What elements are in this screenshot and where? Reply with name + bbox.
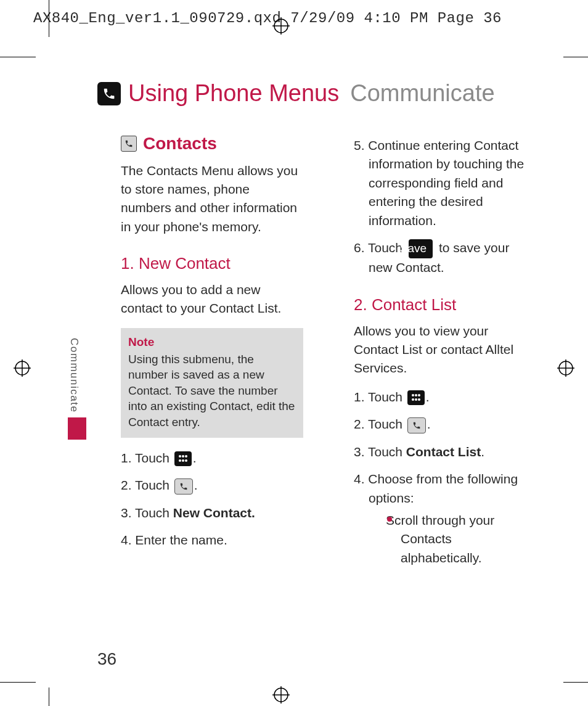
step-text: . xyxy=(193,451,197,465)
svg-point-13 xyxy=(182,455,184,458)
crop-mark xyxy=(563,57,588,57)
save-button-graphic: Save xyxy=(409,239,433,259)
list-item: 2. Touch . xyxy=(121,476,303,495)
phone-tile-icon xyxy=(174,478,193,495)
step-bold: New Contact. xyxy=(173,506,255,520)
contact-list-intro: Allows you to view your Contact List or … xyxy=(354,322,536,378)
step-text: . xyxy=(194,478,198,492)
new-contact-intro: Allows you to add a new contact to your … xyxy=(121,281,303,318)
crop-mark xyxy=(563,682,588,683)
manual-page: AX840_Eng_ver1.1_090729.qxd 7/29/09 4:10… xyxy=(0,0,588,706)
right-column: 5. Continue entering Contact information… xyxy=(330,131,536,576)
page-title-main: Using Phone Menus xyxy=(128,80,339,107)
printer-header: AX840_Eng_ver1.1_090729.qxd 7/29/09 4:10… xyxy=(33,10,502,27)
phone-tile-icon xyxy=(407,417,426,433)
crop-mark xyxy=(0,682,36,683)
side-tab-marker xyxy=(68,417,86,440)
svg-point-12 xyxy=(179,455,181,458)
list-item: 1. Touch . xyxy=(121,449,303,467)
crop-mark xyxy=(0,57,36,57)
side-tab: Communicate xyxy=(68,338,88,440)
list-item: 3. Touch Contact List. xyxy=(354,443,536,461)
svg-point-16 xyxy=(182,459,184,462)
step-text: . xyxy=(481,445,484,459)
note-label: Note xyxy=(128,334,296,350)
heading-contact-list: 2. Contact List xyxy=(354,293,536,317)
list-item: 5. Continue entering Contact information… xyxy=(354,136,536,230)
side-tab-label: Communicate xyxy=(68,338,80,413)
step-text: 6. Touch xyxy=(354,240,406,255)
heading-new-contact: 1. New Contact xyxy=(121,252,303,276)
contacts-icon xyxy=(121,136,137,152)
step-text: 1. Touch xyxy=(354,390,406,404)
phone-icon xyxy=(97,82,121,105)
note-body: Using this submenu, the number is saved … xyxy=(128,351,296,430)
contacts-intro: The Contacts Menu allows you to store na… xyxy=(121,162,303,237)
list-item: 1. Touch . xyxy=(354,388,536,406)
list-item: 4. Choose from the following options: Sc… xyxy=(354,470,536,567)
registration-mark-icon xyxy=(14,359,31,377)
section-heading-contacts: Contacts xyxy=(143,131,217,157)
page-title-sub: Communicate xyxy=(350,80,494,107)
step-text: 4. Choose from the following options: xyxy=(354,472,518,504)
apps-grid-icon xyxy=(407,390,425,405)
step-bold: Contact List xyxy=(406,445,481,459)
svg-point-15 xyxy=(179,459,181,462)
svg-point-17 xyxy=(185,459,187,462)
list-item: 6. Touch Save to save your new Contact. xyxy=(354,239,536,277)
step-text: 3. Touch xyxy=(354,445,406,459)
step-text: . xyxy=(427,417,431,431)
note-box: Note Using this submenu, the number is s… xyxy=(121,328,303,438)
bullet-item: Scroll through your Contacts alphabetica… xyxy=(387,511,536,567)
step-text: . xyxy=(426,390,430,404)
page-number: 36 xyxy=(97,649,116,669)
step-text: 2. Touch xyxy=(121,478,173,492)
svg-point-21 xyxy=(412,398,414,401)
step-text: 2. Touch xyxy=(354,417,406,431)
list-item: 2. Touch . xyxy=(354,415,536,433)
new-contact-steps-continued: 5. Continue entering Contact information… xyxy=(354,136,536,277)
crop-mark xyxy=(49,0,49,37)
step-text: 1. Touch xyxy=(121,451,173,465)
svg-point-18 xyxy=(412,394,414,396)
registration-mark-icon xyxy=(272,17,290,35)
page-title-row: Using Phone Menus Communicate xyxy=(97,80,536,107)
svg-point-14 xyxy=(185,455,187,458)
left-column: Contacts The Contacts Menu allows you to… xyxy=(97,131,303,576)
svg-point-19 xyxy=(415,394,417,396)
new-contact-steps: 1. Touch . 2. Touch . 3. Touch New Conta… xyxy=(121,449,303,550)
step-text: 3. Touch xyxy=(121,506,173,520)
options-bullets: Scroll through your Contacts alphabetica… xyxy=(387,511,536,567)
svg-point-23 xyxy=(418,398,420,401)
svg-point-22 xyxy=(415,398,417,401)
contact-list-steps: 1. Touch . 2. Touch . 3. Touch Contact L… xyxy=(354,388,536,568)
registration-mark-icon xyxy=(272,686,290,704)
list-item: 3. Touch New Contact. xyxy=(121,504,303,522)
page-content: Using Phone Menus Communicate Contacts T… xyxy=(97,80,536,657)
apps-grid-icon xyxy=(174,451,192,466)
list-item: 4. Enter the name. xyxy=(121,531,303,549)
registration-mark-icon xyxy=(557,359,574,377)
crop-mark xyxy=(49,688,49,706)
svg-point-20 xyxy=(418,394,420,396)
